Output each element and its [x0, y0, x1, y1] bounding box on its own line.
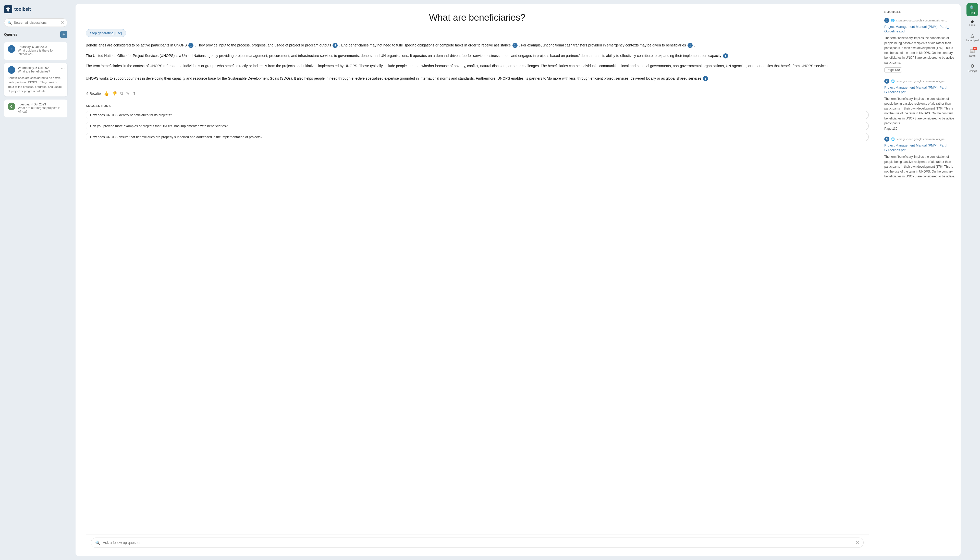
- citation-badge-1: 1: [188, 43, 193, 48]
- suggestions-section: SUGGESTIONS How does UNOPS identify bene…: [86, 104, 869, 144]
- add-query-button[interactable]: +: [60, 31, 67, 38]
- search-bar[interactable]: 🔍 ✕: [4, 18, 67, 27]
- query-preview-2: Beneficiaries are considered to be activ…: [8, 76, 64, 93]
- source-header-2: 2 🌐 storage.cloud.google.com/manuals_un.…: [884, 78, 955, 84]
- source-num-1: 1: [884, 18, 889, 23]
- logo-text: toolbelt: [14, 7, 31, 12]
- source-item-1: 1 🌐 storage.cloud.google.com/manuals_un.…: [884, 18, 955, 72]
- citation-badge-4: 4: [333, 43, 338, 48]
- stop-generating-button[interactable]: Stop generating [Esc]: [86, 29, 126, 37]
- sources-panel: SOURCES 1 🌐 storage.cloud.google.com/man…: [879, 4, 961, 556]
- source-page-text-2: Page 130: [884, 127, 955, 130]
- source-url-3: storage.cloud.google.com/manuals_un...: [896, 138, 955, 141]
- query-meta-2: Wednesday, 5 Oct 2023 What are beneficia…: [18, 66, 64, 73]
- query-meta-1: Thursday, 6 Oct 2023 What guidance is th…: [18, 45, 64, 56]
- queries-title: Queries: [4, 32, 17, 37]
- sources-title: SOURCES: [884, 10, 955, 14]
- find-label: Find: [970, 12, 975, 14]
- source-item-2: 2 🌐 storage.cloud.google.com/manuals_un.…: [884, 78, 955, 131]
- query-date-3: Tuesday, 4 Oct 2023: [18, 103, 64, 106]
- citation-badge-3a: 3: [723, 53, 728, 58]
- right-nav: 🔍 Find Omni △ Launchpad 📰 32 News ⚙ Sett…: [965, 0, 980, 560]
- find-icon: 🔍: [970, 5, 975, 11]
- follow-up-search-icon: 🔍: [95, 540, 100, 545]
- query-date-1: Thursday, 6 Oct 2023: [18, 45, 64, 49]
- source-num-3: 3: [884, 137, 889, 142]
- sidebar: toolbelt 🔍 ✕ Queries + F Thursday, 6 Oct…: [0, 0, 72, 560]
- nav-omni-button[interactable]: Omni: [967, 18, 978, 28]
- copy-button[interactable]: ⧉: [120, 91, 123, 96]
- nav-launchpad-button[interactable]: △ Launchpad: [967, 31, 978, 44]
- query-item-3[interactable]: C Tuesday, 4 Oct 2023 What are our large…: [4, 100, 67, 117]
- source-header-3: 3 🌐 storage.cloud.google.com/manuals_un.…: [884, 137, 955, 142]
- queries-header: Queries +: [4, 30, 67, 39]
- query-item-header-1: F Thursday, 6 Oct 2023 What guidance is …: [8, 45, 64, 56]
- query-item-2[interactable]: F Wednesday, 5 Oct 2023 What are benefic…: [4, 63, 67, 97]
- citation-badge-3b: 3: [703, 76, 708, 81]
- follow-up-input-wrap: 🔍 ✕: [91, 538, 864, 548]
- source-url-1: storage.cloud.google.com/manuals_un...: [896, 19, 955, 22]
- omni-label: Omni: [969, 24, 975, 27]
- answer-text: Beneficiaries are considered to be activ…: [86, 42, 869, 86]
- news-badge: 32: [973, 47, 977, 50]
- settings-icon: ⚙: [970, 63, 974, 69]
- launchpad-label: Launchpad: [966, 39, 979, 42]
- search-icon: 🔍: [7, 21, 12, 25]
- page-title: What are beneficiaries?: [86, 12, 869, 23]
- rewrite-button[interactable]: ↺ Rewrite: [86, 92, 101, 95]
- content-area: What are beneficiaries? Stop generating …: [75, 4, 961, 556]
- source-link-2[interactable]: Project Management Manual (PMM), Part I_…: [884, 85, 955, 95]
- thumbs-up-button[interactable]: 👍: [104, 91, 109, 96]
- rewrite-label: Rewrite: [90, 92, 101, 95]
- svg-rect-1: [7, 9, 9, 12]
- share-button[interactable]: ⬆: [133, 91, 136, 96]
- citation-badge-2a: 2: [512, 43, 517, 48]
- source-globe-icon-3: 🌐: [891, 137, 895, 141]
- answer-paragraph-2: The United Nations Office for Project Se…: [86, 53, 869, 59]
- search-input[interactable]: [14, 21, 59, 25]
- answer-paragraph-3: The term 'beneficiaries' in the context …: [86, 63, 869, 82]
- source-globe-icon-2: 🌐: [891, 79, 895, 83]
- follow-up-clear-icon[interactable]: ✕: [855, 540, 859, 545]
- launchpad-icon: △: [970, 33, 974, 38]
- follow-up-bar: 🔍 ✕: [86, 534, 869, 551]
- query-question-2: What are beneficiaries?: [18, 70, 64, 73]
- omni-icon: [971, 20, 973, 23]
- thumbs-down-button[interactable]: 👎: [112, 91, 117, 96]
- nav-news-button[interactable]: 📰 32 News: [967, 46, 978, 59]
- edit-button[interactable]: ✎: [126, 91, 130, 96]
- search-clear-icon[interactable]: ✕: [61, 20, 64, 25]
- source-desc-3: The term 'beneficiary' implies the conno…: [884, 154, 955, 179]
- avatar-q3: C: [8, 103, 15, 110]
- query-item-header-2: F Wednesday, 5 Oct 2023 What are benefic…: [8, 66, 64, 74]
- rewrite-icon: ↺: [86, 92, 88, 95]
- query-question-1: What guidance is there for interviews?: [18, 49, 64, 56]
- source-item-3: 3 🌐 storage.cloud.google.com/manuals_un.…: [884, 137, 955, 179]
- query-more-icon-2[interactable]: ⋯: [61, 66, 65, 71]
- source-link-3[interactable]: Project Management Manual (PMM), Part I_…: [884, 143, 955, 152]
- source-link-1[interactable]: Project Management Manual (PMM), Part I_…: [884, 25, 955, 34]
- toolbelt-logo-icon: [4, 5, 12, 13]
- source-desc-1: The term 'beneficiary' implies the conno…: [884, 36, 955, 65]
- answer-paragraph-1: Beneficiaries are considered to be activ…: [86, 42, 869, 48]
- news-label: News: [969, 54, 975, 57]
- suggestions-title: SUGGESTIONS: [86, 104, 869, 108]
- settings-label: Settings: [968, 70, 977, 72]
- avatar-q2: F: [8, 66, 15, 74]
- source-header-1: 1 🌐 storage.cloud.google.com/manuals_un.…: [884, 18, 955, 23]
- source-desc-2: The term 'beneficiary' implies the conno…: [884, 97, 955, 126]
- nav-find-button[interactable]: 🔍 Find: [967, 3, 978, 16]
- logo: toolbelt: [4, 4, 67, 15]
- action-bar: ↺ Rewrite 👍 👎 ⧉ ✎ ⬆: [86, 88, 869, 99]
- follow-up-input[interactable]: [103, 541, 853, 545]
- query-item-header-3: C Tuesday, 4 Oct 2023 What are our large…: [8, 103, 64, 113]
- suggestion-chip-1[interactable]: How does UNOPS identify beneficiaries fo…: [86, 111, 869, 119]
- suggestion-chip-2[interactable]: Can you provide more examples of project…: [86, 122, 869, 130]
- query-item-1[interactable]: F Thursday, 6 Oct 2023 What guidance is …: [4, 42, 67, 60]
- query-date-2: Wednesday, 5 Oct 2023: [18, 66, 64, 70]
- nav-settings-button[interactable]: ⚙ Settings: [967, 61, 978, 75]
- answer-panel: What are beneficiaries? Stop generating …: [75, 4, 879, 556]
- source-url-2: storage.cloud.google.com/manuals_un...: [896, 80, 955, 83]
- suggestion-chip-3[interactable]: How does UNOPS ensure that beneficiaries…: [86, 133, 869, 141]
- main-content: What are beneficiaries? Stop generating …: [75, 4, 961, 556]
